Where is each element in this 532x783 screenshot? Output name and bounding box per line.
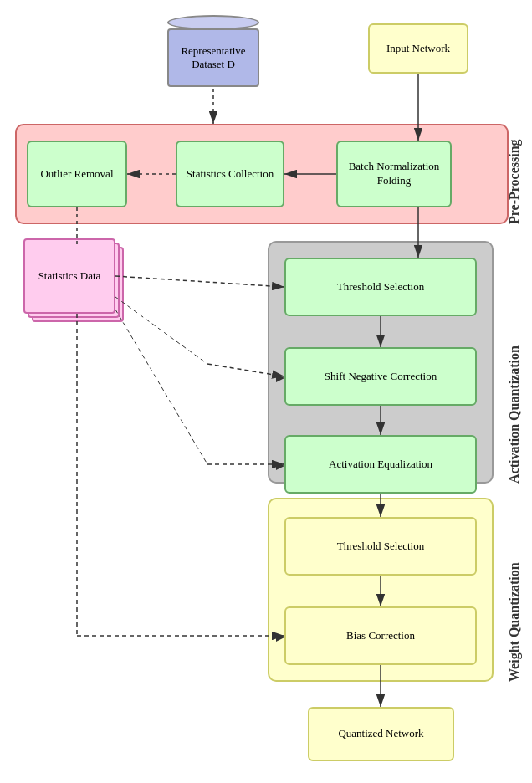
cylinder-top <box>167 15 259 30</box>
threshold-selection-weight-label: Threshold Selection <box>337 540 424 554</box>
threshold-selection-act-box: Threshold Selection <box>284 258 477 316</box>
shift-negative-label: Shift Negative Correction <box>325 370 437 384</box>
activation-equalization-box: Activation Equalization <box>284 435 477 494</box>
bias-correction-box: Bias Correction <box>284 606 477 665</box>
representative-dataset-label: Representative Dataset D <box>169 44 258 71</box>
quantized-network-label: Quantized Network <box>338 727 423 741</box>
outlier-removal-box: Outlier Removal <box>27 141 127 207</box>
bias-correction-label: Bias Correction <box>346 629 415 643</box>
weight-label: Weight Quantization <box>507 498 522 682</box>
stats-page-1: Statistics Data <box>23 238 115 314</box>
statistics-collection-label: Statistics Collection <box>187 167 274 182</box>
arrow-statsdata-to-shift-1 <box>115 297 207 364</box>
quantized-network-box: Quantized Network <box>308 707 454 761</box>
statistics-data-label: Statistics Data <box>38 269 101 283</box>
arrow-statsdata-to-thresh-act <box>115 276 284 287</box>
representative-dataset: Representative Dataset D <box>167 15 259 87</box>
diagram: Pre-Processing Activation Quantization W… <box>0 0 532 783</box>
threshold-selection-weight-box: Threshold Selection <box>284 517 477 576</box>
arrow-statsdata-to-actequal-1 <box>115 310 207 464</box>
batch-norm-folding-box: Batch Normalization Folding <box>336 141 452 207</box>
outlier-removal-label: Outlier Removal <box>40 167 113 182</box>
statistics-collection-box: Statistics Collection <box>176 141 284 207</box>
shift-negative-box: Shift Negative Correction <box>284 347 477 406</box>
batch-norm-folding-label: Batch Normalization Folding <box>338 160 450 188</box>
preprocessing-label: Pre-Processing <box>507 124 522 224</box>
activation-equalization-label: Activation Equalization <box>329 458 432 472</box>
activation-label: Activation Quantization <box>507 241 522 484</box>
cylinder-body: Representative Dataset D <box>167 28 259 87</box>
threshold-selection-act-label: Threshold Selection <box>337 280 424 294</box>
input-network-label: Input Network <box>386 42 450 56</box>
input-network-box: Input Network <box>368 23 468 74</box>
